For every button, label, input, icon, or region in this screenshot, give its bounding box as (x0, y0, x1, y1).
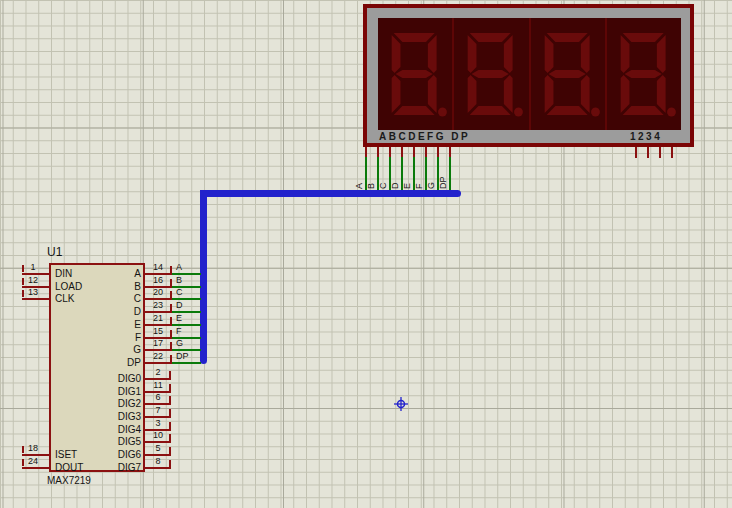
pin-name-dig4: DIG4 (85, 424, 141, 436)
display-digit-row-label: 1234 (630, 131, 662, 142)
net-label-a: A (176, 262, 198, 272)
pin-name-clk: CLK (55, 293, 74, 305)
pin-dig7[interactable] (145, 467, 171, 469)
pin-number-b: 16 (148, 275, 168, 285)
seven-segment-display[interactable]: ABCDEFG DP 1234 (363, 4, 694, 147)
net-label-f: F (176, 326, 198, 336)
digit-cell-3 (529, 18, 605, 130)
pin-name-din: DIN (55, 268, 72, 280)
pin-number-dout: 24 (22, 456, 44, 466)
net-label-f-rotated: F (413, 155, 425, 189)
pin-number-f: 15 (148, 326, 168, 336)
pin-name-dig6: DIG6 (85, 449, 141, 461)
seven-seg-digit (607, 18, 681, 130)
pin-number-clk: 13 (22, 287, 44, 297)
pin-name-b: B (85, 281, 141, 293)
display-segment-row-label: ABCDEFG DP (379, 131, 470, 142)
pin-number-iset: 18 (22, 443, 44, 453)
pin-dout[interactable] (22, 467, 49, 469)
net-label-d: D (176, 300, 198, 310)
pin-number-c: 20 (148, 287, 168, 297)
wire-dp-chip[interactable] (172, 362, 201, 364)
net-label-dp-rotated: DP (437, 155, 449, 189)
pin-number-d: 23 (148, 300, 168, 310)
pin-number-dp: 22 (148, 351, 168, 361)
pin-name-dig2: DIG2 (85, 398, 141, 410)
pin-number-dig1: 11 (148, 380, 168, 390)
digit-cell-1 (378, 18, 452, 130)
pin-name-e: E (85, 319, 141, 331)
pin-dig1-tick (169, 384, 171, 391)
pin-number-e: 21 (148, 313, 168, 323)
seven-seg-digit (378, 18, 452, 130)
pin-number-g: 17 (148, 338, 168, 348)
net-label-a-rotated: A (353, 155, 365, 189)
pin-number-dig3: 7 (148, 405, 168, 415)
net-label-b-rotated: B (365, 155, 377, 189)
display-pin-4[interactable] (671, 147, 673, 158)
pin-seg-dp-tick (170, 355, 172, 362)
pin-name-dout: DOUT (55, 462, 83, 474)
schematic-canvas[interactable]: ABCDEFG DP 1234 A B C D E F G DP U1 MAX7… (0, 0, 732, 508)
digit-cell-4 (605, 18, 681, 130)
net-label-c-rotated: C (377, 155, 389, 189)
net-label-dp: DP (176, 351, 198, 361)
pin-dig3-tick (169, 409, 171, 416)
pin-number-dig6: 5 (148, 443, 168, 453)
pin-seg-a-tick (170, 266, 172, 273)
net-label-e: E (176, 313, 198, 323)
pin-name-dp: DP (85, 357, 141, 369)
pin-seg-d-tick (170, 304, 172, 311)
chip-part-label[interactable]: MAX7219 (47, 475, 91, 486)
seven-seg-digit (454, 18, 528, 130)
pin-number-dig0: 2 (148, 367, 168, 377)
bus-vertical[interactable] (200, 190, 207, 364)
pin-seg-e-tick (170, 317, 172, 324)
pin-number-dig7: 8 (148, 456, 168, 466)
pin-dig5-tick (169, 434, 171, 441)
origin-crosshair-icon (393, 396, 409, 412)
pin-name-g: G (85, 344, 141, 356)
pin-dig0-tick (169, 371, 171, 378)
pin-number-din: 1 (22, 262, 44, 272)
pin-dig2-tick (169, 396, 171, 403)
pin-number-a: 14 (148, 262, 168, 272)
pin-number-dig2: 6 (148, 392, 168, 402)
display-pin-2[interactable] (647, 147, 649, 158)
pin-seg-g-tick (170, 342, 172, 349)
seven-seg-digit (531, 18, 605, 130)
display-pin-1[interactable] (635, 147, 637, 158)
pin-name-d: D (85, 306, 141, 318)
pin-name-dig7: DIG7 (85, 462, 141, 474)
net-label-g-rotated: G (425, 155, 437, 189)
pin-number-load: 12 (22, 275, 44, 285)
pin-clk[interactable] (22, 298, 49, 300)
pin-name-f: F (85, 332, 141, 344)
net-label-g: G (176, 338, 198, 348)
pin-dig6-tick (169, 447, 171, 454)
net-label-c: C (176, 287, 198, 297)
net-label-b: B (176, 275, 198, 285)
net-label-d-rotated: D (389, 155, 401, 189)
display-panel (378, 18, 681, 130)
pin-name-dig0: DIG0 (85, 373, 141, 385)
pin-dig7-tick (169, 460, 171, 467)
wire-dp-display[interactable] (449, 157, 451, 192)
pin-name-dig5: DIG5 (85, 436, 141, 448)
pin-name-load: LOAD (55, 281, 82, 293)
pin-seg-dp[interactable] (145, 362, 172, 364)
pin-name-dig3: DIG3 (85, 411, 141, 423)
pin-seg-b-tick (170, 279, 172, 286)
net-label-e-rotated: E (401, 155, 413, 189)
pin-name-c: C (85, 293, 141, 305)
pin-name-dig1: DIG1 (85, 386, 141, 398)
digit-cell-2 (452, 18, 528, 130)
display-pin-3[interactable] (659, 147, 661, 158)
chip-designator[interactable]: U1 (47, 245, 62, 259)
pin-name-a: A (85, 268, 141, 280)
pin-seg-c-tick (170, 291, 172, 298)
pin-name-iset: ISET (55, 449, 77, 461)
pin-dig4-tick (169, 422, 171, 429)
pin-number-dig4: 3 (148, 418, 168, 428)
bus-horizontal[interactable] (200, 190, 461, 197)
